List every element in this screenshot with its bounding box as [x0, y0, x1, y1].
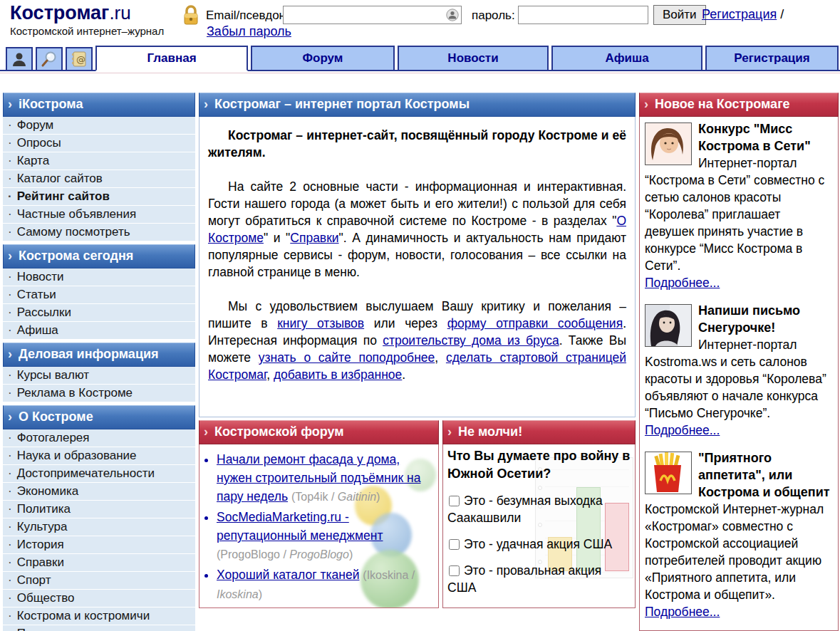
chevron-icon: ›: [8, 97, 12, 111]
chevron-icon: ›: [8, 410, 12, 424]
bullet-icon: ·: [8, 225, 12, 239]
sidebar-item-label: Рассылки: [17, 306, 71, 319]
profile-mini-icon[interactable]: [446, 9, 459, 21]
sidebar-item[interactable]: ·Кострома и костромичи: [3, 607, 195, 625]
news-item: Напиши письмо Снегурочке! Интернет-порта…: [645, 302, 833, 439]
register-divider: /: [780, 7, 784, 21]
sidebar-item[interactable]: ·Общество: [3, 590, 195, 607]
forum-author: (Top4ik /: [291, 491, 338, 503]
inline-link[interactable]: узнать о сайте поподробнее: [259, 350, 435, 365]
sidebar-section-header: ›iКострома: [3, 93, 195, 117]
forum-topic: SocMediaMarketing.ru - репутационный мен…: [217, 508, 437, 564]
tab-news[interactable]: Новости: [398, 46, 549, 70]
sidebar-item[interactable]: ·Самому посмотреть: [3, 224, 195, 241]
bullet-icon: ·: [8, 556, 12, 569]
sidebar-section-header: ›О Костроме: [3, 405, 195, 429]
sidebar-item-label: Спорт: [17, 573, 51, 587]
sidebar-item[interactable]: ·Достопримечательности: [3, 465, 195, 483]
site-logo[interactable]: Костромаг: [10, 2, 109, 24]
inline-link[interactable]: Справки: [290, 231, 338, 245]
sidebar-item-label: Кострома и костромичи: [17, 609, 150, 622]
sidebar-item[interactable]: ·Справки: [3, 554, 195, 572]
bullet-icon: ·: [8, 520, 12, 533]
login-button[interactable]: Войти: [653, 5, 706, 25]
article-paragraph: На сайте 2 основные части - информационн…: [208, 178, 626, 281]
sidebar-item[interactable]: ·Фотогалерея: [3, 429, 195, 447]
tab-forum[interactable]: Форум: [251, 46, 395, 70]
bullet-icon: ·: [8, 538, 12, 551]
sidebar-item[interactable]: ·Поделись интересным: [3, 625, 195, 631]
news-column: ›Новое на Костромаге Конкурс "Мисс Костр…: [639, 93, 839, 631]
forum-section: ›Костромской форум Начали ремонт фасада …: [199, 420, 439, 608]
sidebar-item[interactable]: ·Курсы валют: [3, 367, 195, 385]
girl-photo-icon: [645, 304, 692, 347]
sidebar-item-label: Опросы: [17, 136, 61, 150]
sidebar-item[interactable]: ·Карта: [3, 152, 195, 170]
inline-link[interactable]: книгу отзывов: [277, 316, 364, 330]
sidebar-item[interactable]: ·Рассылки: [3, 304, 195, 322]
inline-link[interactable]: добавить в избранное: [274, 367, 402, 382]
poll-checkbox[interactable]: [449, 539, 460, 550]
news-more-link[interactable]: Подробнее...: [645, 605, 720, 619]
news-item: Конкурс "Мисс Кострома в Сети" Интернет-…: [645, 120, 833, 291]
poll-header: ›Не молчи!: [442, 420, 636, 444]
poll-option[interactable]: Это - безумная выходка Саакашвили: [447, 492, 631, 526]
chevron-icon: ›: [204, 97, 208, 111]
sidebar-item-label: Фотогалерея: [17, 431, 90, 444]
tab-registration[interactable]: Регистрация: [705, 46, 839, 70]
poll-option[interactable]: Это - удачная акция РФ: [447, 605, 631, 608]
tab-label: Афиша: [605, 51, 648, 66]
sidebar-item[interactable]: ·Каталог сайтов: [3, 170, 195, 188]
bullet-icon: ·: [8, 189, 12, 203]
poll-option[interactable]: Это - удачная акция США: [447, 536, 631, 553]
user-icon: [11, 51, 28, 68]
sidebar-item-label: Курсы валют: [17, 368, 90, 382]
sidebar-item[interactable]: ·Частные объявления: [3, 206, 195, 224]
tab-user-icon[interactable]: [6, 47, 33, 70]
news-item-title[interactable]: Конкурс "Мисс Кострома в Сети": [698, 122, 811, 153]
sidebar-item-label: Достопримечательности: [17, 466, 155, 480]
tab-search-icon[interactable]: [36, 47, 63, 70]
sidebar-item[interactable]: ·Рейтинг сайтов: [3, 188, 195, 206]
sidebar-item[interactable]: ·Статьи: [3, 286, 195, 304]
forum-topic-link[interactable]: Ищу внедрение и сопровождение программы …: [217, 607, 413, 608]
sidebar-item[interactable]: ·Спорт: [3, 572, 195, 590]
sidebar-item[interactable]: ·Форум: [3, 117, 195, 135]
sidebar-item[interactable]: ·Наука и образование: [3, 447, 195, 465]
tab-afisha[interactable]: Афиша: [551, 46, 702, 70]
news-more-link[interactable]: Подробнее...: [645, 276, 720, 290]
sidebar-item[interactable]: ·Реклама в Костроме: [3, 385, 195, 402]
email-input[interactable]: [283, 6, 462, 24]
inline-link[interactable]: форму отправки сообщения: [447, 316, 623, 330]
sidebar-item[interactable]: ·Экономика: [3, 483, 195, 501]
sidebar-item[interactable]: ·Опросы: [3, 135, 195, 152]
sidebar-item[interactable]: ·Культура: [3, 518, 195, 536]
forum-topic-link[interactable]: Хороший каталог тканей: [217, 568, 359, 582]
news-item-title[interactable]: "Приятного аппетита", или Кострома и общ…: [698, 451, 830, 499]
inline-link[interactable]: строительству дома из бруса: [383, 333, 559, 348]
poll-body: Что Вы думаете про войну в Южной Осетии?…: [442, 444, 636, 608]
news-more-link[interactable]: Подробнее...: [645, 423, 720, 437]
poll-option[interactable]: Это - провальная акция США: [447, 562, 631, 596]
forum-header: ›Костромской форум: [199, 420, 439, 444]
forgot-password-link[interactable]: Забыл пароль: [207, 24, 291, 39]
bullet-icon: ·: [8, 609, 12, 622]
sidebar-item[interactable]: ·История: [3, 536, 195, 554]
sidebar-item[interactable]: ·Афиша: [3, 322, 195, 340]
bullet-icon: ·: [8, 449, 12, 462]
poll-checkbox[interactable]: [449, 496, 460, 506]
news-item-text: Интернет-портал “Кострома в Сети” совмес…: [645, 156, 824, 273]
sidebar-section-header: ›Деловая информация: [3, 343, 195, 367]
news-item-title[interactable]: Напиши письмо Снегурочке!: [698, 303, 800, 335]
forum-topic: Начали ремонт фасада у дома, нужен строи…: [217, 450, 437, 506]
tab-contacts-icon[interactable]: @: [66, 47, 93, 70]
sidebar-item[interactable]: ·Новости: [3, 268, 195, 286]
poll-checkbox[interactable]: [449, 565, 460, 576]
sidebar-item[interactable]: ·Политика: [3, 501, 195, 518]
password-label: пароль:: [472, 9, 515, 23]
register-link[interactable]: Регистрация: [702, 7, 777, 21]
forum-topic-link[interactable]: SocMediaMarketing.ru - репутационный мен…: [217, 510, 383, 543]
tab-home[interactable]: Главная: [95, 46, 248, 71]
poll-option-label: Это - удачная акция США: [464, 537, 612, 551]
password-input[interactable]: [518, 6, 648, 24]
